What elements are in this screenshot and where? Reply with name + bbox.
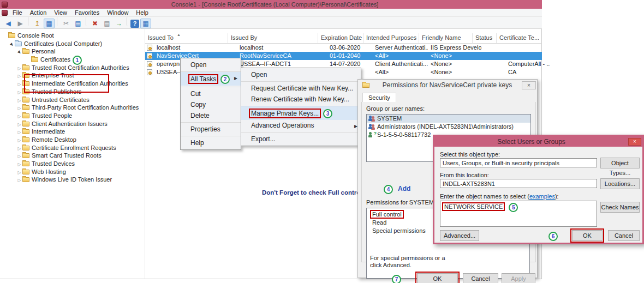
advanced-button[interactable]: Advanced... [440,230,479,241]
context-menu-item[interactable]: All Tasks2 [181,71,241,86]
tree-item[interactable]: Intermediate [0,128,145,136]
cancel-button[interactable]: Cancel [608,230,640,241]
forward-icon[interactable]: ▶ [15,19,26,28]
tree-item[interactable]: Client Authentication Issuers [0,120,145,128]
toolbar-separator[interactable] [28,17,29,26]
tree-item[interactable]: Third-Party Root Certification Authoriti… [0,104,145,112]
tree-item[interactable]: Remote Desktop [0,136,145,144]
properties-icon[interactable]: ▤ [102,19,112,28]
back-icon[interactable]: ◀ [3,19,14,28]
tree-item[interactable]: Untrusted Certificates [0,96,145,104]
group-user-row[interactable]: SYSTEM [367,115,530,123]
menu-items: FileActionViewFavoritesWindowHelp [9,9,152,16]
certificate-row[interactable]: localhostlocalhost03-06-2020Server Authe… [145,44,542,52]
close-icon[interactable]: × [628,138,641,146]
tree-item[interactable]: Certificates (Local Computer) [0,40,145,48]
submenu-item[interactable]: Request Certificate with New Key... [241,81,361,94]
list-cell: <None> [428,52,481,60]
tree-item[interactable]: Intermediate Certification Authorities [0,80,145,88]
column-header[interactable]: Issued To [145,33,228,43]
help-icon[interactable]: ? [130,20,139,28]
object-types-button[interactable]: Object Types... [600,158,640,168]
expand-arrow-icon[interactable] [16,49,22,57]
cancel-button[interactable]: Cancel [463,273,498,283]
object-names-field[interactable]: NETWORK SERVICE 5 [440,201,597,227]
tree-item[interactable]: Console Root [0,32,145,40]
tree-item[interactable]: Smart Card Trusted Roots [0,152,145,160]
tab-security[interactable]: Security [362,93,396,103]
apply-button[interactable]: Apply [502,273,535,283]
console-window-icon[interactable]: ▦ [44,19,55,28]
menu-item[interactable]: Window [103,9,132,16]
add-button[interactable]: Add [398,185,410,192]
list-cell: RootNavServiceCA [237,52,327,60]
tree-item[interactable]: Trusted Devices [0,160,145,168]
row-cells: localhostlocalhost03-06-2020Server Authe… [145,44,550,52]
title-bar[interactable]: Console1 - [Console Root\Certificates (L… [0,0,542,9]
tree-item[interactable]: Trusted People [0,112,145,120]
submenu-item[interactable]: Export... [241,132,361,144]
expand-arrow-icon[interactable] [9,41,15,49]
add-row: 4 Add [381,185,410,194]
group-user-label: Administrators (INDEL-AXT5283N1\Administ… [377,123,514,130]
show-console-tree-icon[interactable]: ▦ [140,19,151,28]
step-badge: 5 [509,203,518,212]
tree-item-label: Web Hosting [32,168,66,175]
submenu-item[interactable]: Open [241,69,361,80]
column-header[interactable]: Status [473,33,497,43]
close-icon[interactable]: × [522,81,536,89]
menu-item[interactable]: Favorites [71,9,103,16]
locations-button[interactable]: Locations... [600,178,640,189]
menu-item[interactable]: File [9,9,26,16]
tree-item[interactable]: Windows Live ID Token Issuer [0,176,145,184]
export-list-icon[interactable]: → [114,19,124,28]
column-header[interactable]: Expiration Date [318,33,363,43]
list-cell: <All> [372,68,428,76]
ok-button[interactable]: OK [572,230,603,241]
context-menu-item[interactable]: Help [181,136,241,148]
column-header[interactable]: Issued By [228,33,318,43]
context-menu-item[interactable]: Delete [181,110,241,121]
context-menu-item[interactable]: Copy [181,99,241,110]
group-names-label: Group or user names: [366,105,425,112]
tree-item[interactable]: Web Hosting [0,168,145,176]
select-dialog-titlebar[interactable]: Select Users or Groups × [434,136,642,147]
location-field[interactable]: INDEL-AXT5283N1 [440,179,597,188]
tree-item[interactable]: Personal [0,47,145,56]
tree-item[interactable]: Certificate Enrollment Requests [0,144,145,152]
object-type-label: Select this object type: [440,151,500,158]
menu-item[interactable]: Action [26,9,51,16]
column-header[interactable]: Certificate Te... [497,33,541,43]
tree-item[interactable]: Trusted Publishers [0,88,145,96]
toolbar-separator[interactable] [86,17,87,26]
context-menu-item[interactable]: Open [181,59,241,70]
group-user-row[interactable]: Administrators (INDEL-AXT5283N1\Administ… [367,123,530,131]
folder-icon [22,81,29,86]
menu-item[interactable]: View [50,9,71,16]
list-cell [481,60,505,68]
examples-link[interactable]: examples [529,193,555,200]
submenu-item[interactable]: Advanced Operations [241,120,361,131]
up-one-level-icon[interactable]: ↥ [32,19,43,28]
toolbar-separator[interactable] [57,17,58,26]
submenu-item[interactable]: Renew Certificate with New Key... [241,94,361,105]
permissions-dialog-titlebar[interactable]: Permissions for NavServiceCert private k… [358,80,537,91]
object-type-field[interactable]: Users, Groups, or Built-in security prin… [440,158,597,167]
all-tasks-submenu: OpenRequest Certificate with New Key...R… [241,68,361,146]
toolbar-separator[interactable] [127,17,128,26]
ok-button[interactable]: OK [417,273,458,283]
expand-arrow-icon[interactable] [16,177,22,185]
context-menu-item[interactable]: Cut [181,87,241,99]
tree-item[interactable]: Certificates1 [0,56,145,64]
tree-item[interactable]: Trusted Root Certification Authorities [0,64,145,72]
menu-item[interactable]: Help [132,9,152,16]
context-menu-item[interactable]: Properties [181,122,241,135]
cut-icon[interactable]: ✂ [61,19,71,28]
column-header[interactable]: Intended Purposes [363,33,419,43]
column-header[interactable]: Friendly Name [419,33,473,43]
check-names-button[interactable]: Check Names [600,202,640,213]
tree-item[interactable]: Enterprise Trust [0,71,145,80]
delete-icon[interactable]: ✖ [90,19,100,28]
submenu-item[interactable]: Manage Private Keys...3 [241,106,361,120]
copy-icon[interactable]: ▤ [73,19,84,28]
